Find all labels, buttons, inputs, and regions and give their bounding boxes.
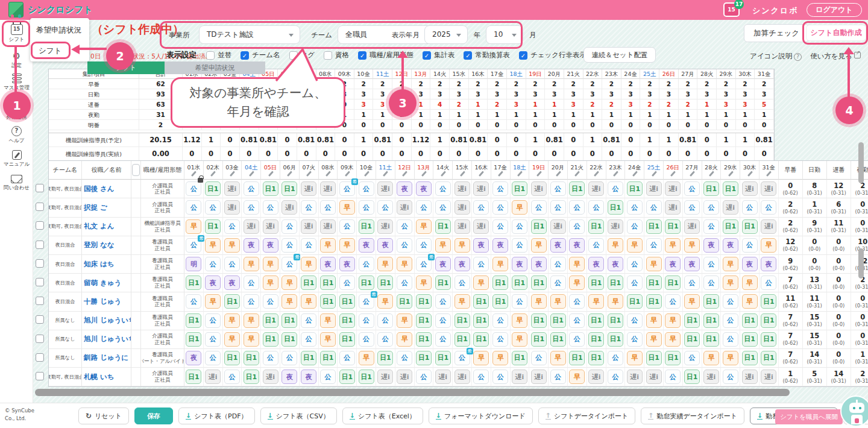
shift-day-cell[interactable]: 早 [338,198,357,217]
shift-day-cell[interactable]: 日1 [395,292,415,311]
shift-day-cell[interactable]: 公 [338,218,357,236]
shift-chip[interactable]: 遅i [531,370,547,384]
shift-chip[interactable]: 日1 [186,332,201,347]
shift-day-cell[interactable]: 日1 [760,349,779,368]
shift-day-cell[interactable]: 遅i [721,198,740,217]
shift-day-cell[interactable]: 日1 [683,330,702,349]
shift-chip[interactable]: 日1 [569,351,585,365]
shift-day-cell[interactable]: 遅i [261,368,280,386]
shift-day-cell[interactable]: 公 [357,330,376,349]
shift-day-cell[interactable]: 早 [644,312,664,330]
shift-chip[interactable]: 遅i [531,181,547,196]
shift-day-cell[interactable]: 公 [472,255,491,274]
shift-chip[interactable]: 遅i [263,219,278,234]
shift-day-cell[interactable]: 公 [625,312,644,330]
shift-day-cell[interactable]: 公 [261,349,280,368]
shift-day-cell[interactable]: 遅i [740,368,760,386]
shift-chip[interactable]: 夜 [320,257,336,271]
shift-chip[interactable]: 遅i [301,219,316,234]
shift-day-cell[interactable]: 公 [606,349,626,368]
shift-day-cell[interactable]: 遅i [644,180,664,198]
shift-chip[interactable]: 日1 [320,294,336,309]
shift-day-cell[interactable]: 日1 [511,180,530,198]
shift-day-cell[interactable]: 公 [300,236,319,255]
shift-chip[interactable]: 公 [550,181,566,196]
shift-day-cell[interactable]: 早 [395,330,415,349]
shift-day-cell[interactable]: 日1 [433,349,453,368]
shift-chip[interactable]: 日1 [588,332,604,347]
shift-day-cell[interactable]: 遅i [300,218,319,236]
shift-chip[interactable]: 遅i [224,200,240,215]
shift-day-cell[interactable]: 夜 [395,180,415,198]
shift-day-cell[interactable]: 公 [261,292,280,311]
staff-date-header[interactable]: 19日 [529,161,549,180]
shift-chip[interactable]: 日1 [263,181,278,196]
shift-chip[interactable]: 公 [263,294,278,309]
shift-day-cell[interactable]: 公 [625,274,644,292]
shift-chip[interactable]: 日1 [301,351,316,365]
shift-chip[interactable]: 公 [473,257,489,271]
shift-chip[interactable]: 早 [473,275,489,290]
shift-day-cell[interactable]: 公 [357,198,376,217]
shift-chip[interactable]: 早 [665,313,681,328]
shift-chip[interactable]: 日1 [646,294,662,309]
shift-day-cell[interactable]: 早 [300,292,319,311]
shift-day-cell[interactable]: 夜 [223,274,242,292]
shift-day-cell[interactable]: 公 [433,198,453,217]
footer-button-シフト表（PDF）[interactable]: ↓シフト表（PDF） [178,408,254,424]
shift-day-cell[interactable]: 日1 [184,312,204,330]
shift-day-cell[interactable]: 公 [625,330,644,349]
shift-chip[interactable]: 遅i [320,181,336,196]
staff-date-header[interactable]: 25土 [644,161,664,180]
shift-chip[interactable]: 公 [281,238,297,253]
shift-day-cell[interactable]: 公 [204,349,223,368]
shift-day-cell[interactable]: 公 [261,198,280,217]
shift-chip[interactable]: 遅i [301,181,316,196]
shift-day-cell[interactable]: 公 [223,255,242,274]
edit-pencil-icon[interactable] [536,171,542,177]
shift-chip[interactable]: 日1 [723,181,738,196]
shift-day-cell[interactable]: 遅i [319,218,338,236]
shift-chip[interactable]: 日1 [627,181,643,196]
shift-day-cell[interactable]: 公 [242,180,261,198]
shift-chip[interactable]: 日1 [263,313,278,328]
shift-day-cell[interactable]: 夜 [683,255,702,274]
sidebar-item-contact[interactable]: 問い合わせ [0,175,33,192]
shift-day-cell[interactable]: 早 [223,312,242,330]
shift-chip[interactable]: 公 [627,332,643,347]
shift-chip[interactable]: 公 [492,370,508,384]
shift-day-cell[interactable]: 早 [721,255,740,274]
shift-day-cell[interactable]: 日1 [740,330,760,349]
shift-chip[interactable]: 公 [244,294,259,309]
shift-chip[interactable]: 公 [588,200,604,215]
edit-pencil-icon[interactable] [421,171,427,177]
shift-chip[interactable]: 遅i [588,370,604,384]
shift-chip[interactable]: 公 [359,181,374,196]
shift-chip[interactable]: 公 [435,200,451,215]
staff-name-link[interactable]: 択捉 ご [82,198,131,217]
shift-chip[interactable]: 公 [608,181,623,196]
office-select[interactable]: TDテスト施設 [199,25,300,44]
shift-day-cell[interactable]: 公 [415,236,434,255]
checkbox-icon[interactable]: ✓ [358,51,366,60]
shift-chip[interactable]: 早 [531,294,547,309]
shift-day-cell[interactable]: 遅i [376,180,395,198]
shift-day-cell[interactable]: 遅i [529,368,549,386]
shift-chip[interactable]: 遅i [320,219,336,234]
shift-day-cell[interactable]: 遅i [376,368,395,386]
shift-chip[interactable]: 早 [224,238,240,253]
shift-chip[interactable]: 公 [627,275,643,290]
shift-chip[interactable]: 公 [186,294,201,309]
shift-chip[interactable]: 早 [320,332,336,347]
shift-chip[interactable]: 遅i [281,200,297,215]
shift-day-cell[interactable]: 夜 [491,236,511,255]
shift-chip[interactable]: 日1 [473,332,489,347]
shift-chip[interactable]: 日1 [416,351,432,365]
shift-chip[interactable]: 早 [569,370,585,384]
shift-day-cell[interactable]: 早 [606,292,626,311]
shift-chip[interactable]: 日1 [588,351,604,365]
shift-chip[interactable]: 遅i [665,181,681,196]
shift-chip[interactable]: 日1 [684,370,700,384]
checkbox-icon[interactable]: ✓ [423,51,431,60]
shift-day-cell[interactable]: 公 [568,312,587,330]
